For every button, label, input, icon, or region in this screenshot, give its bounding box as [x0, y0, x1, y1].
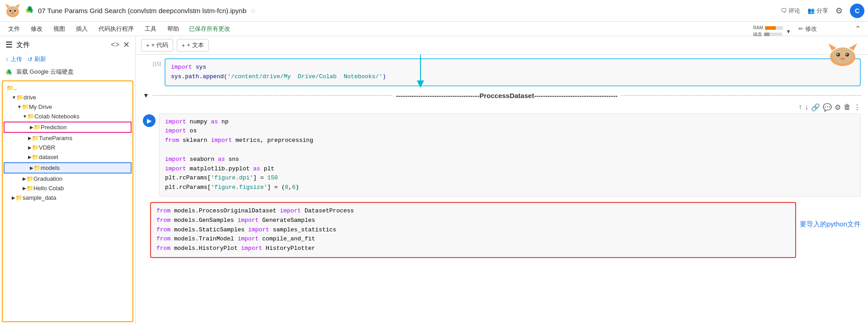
notebook-area: + + 代码 + + 文本 [15] import sys sys.path.a…	[136, 36, 868, 324]
add-code-btn[interactable]: + + 代码	[141, 39, 173, 52]
tree-label-colab: Colab Notebooks	[34, 113, 80, 120]
folder-icon-vdbr: 📁	[32, 144, 39, 151]
cat-logo-left	[4, 2, 22, 20]
drive-mount[interactable]: 装载 Google 云端硬盘	[0, 65, 135, 79]
c3-l5: from models.HistoryPlot import HistoryPl…	[156, 244, 790, 254]
code-line-1: import sys	[171, 63, 854, 72]
c2-l8: plt.rcParams['figure.figsize'] = (8,6)	[165, 183, 855, 193]
ram-dropdown-icon[interactable]: ▼	[786, 28, 791, 35]
notebook-toolbar: + + 代码 + + 文本	[136, 36, 868, 55]
more-btn[interactable]: ⋮	[854, 103, 861, 112]
cell-3-content: from models.ProcessOriginalDataset impor…	[150, 202, 796, 258]
comment-btn[interactable]: 🗨评论	[781, 7, 800, 15]
plus-text-icon: +	[182, 42, 185, 49]
svg-point-4	[9, 10, 11, 12]
svg-point-14	[840, 57, 845, 60]
cell-2-run[interactable]: ▶	[143, 114, 156, 127]
tree-label-mydrive: My Drive	[29, 103, 52, 110]
menu-runtime[interactable]: 代码执行程序	[94, 23, 138, 35]
cell-2-content: import numpy as np import os from sklear…	[159, 113, 861, 197]
chevron-icon-hellocolab: ▶	[23, 186, 26, 191]
svg-point-5	[14, 10, 16, 12]
svg-point-9	[832, 47, 854, 64]
menu-edit[interactable]: 修改	[26, 23, 47, 35]
user-avatar[interactable]: C	[850, 4, 864, 18]
c2-l7: plt.rcParams['figure.dpi'] = 150	[165, 174, 855, 183]
section-header: ▼ -------------------------------------P…	[143, 92, 861, 99]
tree-item-graduation[interactable]: ▶ 📁 Graduation	[3, 174, 132, 183]
svg-point-16	[846, 54, 848, 55]
section-collapse-icon[interactable]: ▼	[143, 92, 149, 99]
tree-item-prediction[interactable]: ▶ 📁 Prediction	[4, 122, 132, 133]
delete-btn[interactable]: 🗑	[844, 103, 851, 111]
edit-btn[interactable]: ✏修改	[798, 25, 817, 33]
file-tree: 📁 .. ▼ 📁 drive ▼ 📁 My Drive ▼ 📁	[2, 80, 133, 322]
folder-icon-tuneparams: 📁	[32, 135, 39, 141]
c3-l1: from models.ProcessOriginalDataset impor…	[156, 207, 790, 216]
cell-1-code[interactable]: import sys sys.path.append('/content/dri…	[165, 58, 861, 86]
chevron-icon-graduation: ▶	[23, 176, 26, 181]
menu-view[interactable]: 视图	[49, 23, 70, 35]
settings-icon[interactable]: ⚙	[835, 6, 843, 16]
tree-item-models[interactable]: ▶ 📁 models	[4, 162, 132, 174]
chevron-down-icon-mydrive: ▼	[17, 104, 22, 109]
sidebar-header: ☰ 文件 <> ✕	[0, 36, 135, 53]
add-text-btn[interactable]: + + 文本	[177, 39, 209, 52]
upload-btn[interactable]: ↑ 上传	[5, 55, 22, 63]
tree-label-hellocolab: Hello Colab	[33, 185, 64, 192]
menu-icon[interactable]: ☰	[5, 40, 13, 50]
folder-icon-dotdot: 📁	[6, 85, 14, 91]
c2-l5: import seaborn as sns	[165, 155, 855, 164]
menu-help[interactable]: 帮助	[163, 23, 184, 35]
folder-icon-drive: 📁	[16, 94, 24, 101]
menu-file[interactable]: 文件	[4, 23, 24, 35]
cell-1: [15] import sys sys.path.append('/conten…	[143, 58, 861, 86]
share-btn[interactable]: 👥分享	[807, 7, 828, 15]
sidebar-title: 文件	[16, 41, 30, 49]
main-layout: ☰ 文件 <> ✕ ↑ 上传 ↺ 刷新	[0, 36, 868, 324]
move-up-btn[interactable]: ↑	[798, 103, 802, 111]
cell-3-row: from models.ProcessOriginalDataset impor…	[143, 202, 861, 263]
c2-l6: import matplotlib.pyplot as plt	[165, 164, 855, 174]
code-icon[interactable]: <>	[111, 41, 119, 49]
menu-insert[interactable]: 插入	[71, 23, 92, 35]
topbar-right: 🗨评论 👥分享 ⚙ C	[781, 4, 864, 18]
c3-l2: from models.GenSamples import GenerateSa…	[156, 216, 790, 225]
tree-item-hellocolab[interactable]: ▶ 📁 Hello Colab	[3, 183, 132, 193]
tree-item-sampledata[interactable]: ▶ 📁 sample_data	[3, 193, 132, 202]
c2-l3: from sklearn import metrics, preprocessi…	[165, 136, 855, 146]
svg-marker-10	[828, 43, 836, 51]
upload-icon: ↑	[5, 56, 9, 63]
tree-item-tuneparams[interactable]: ▶ 📁 TuneParams	[3, 133, 132, 143]
folder-icon-prediction: 📁	[33, 124, 41, 131]
settings-cell-btn[interactable]: ⚙	[835, 103, 841, 112]
star-icon[interactable]: ☆	[250, 7, 256, 15]
tree-label-dotdot: ..	[14, 85, 17, 91]
tree-label-graduation: Graduation	[33, 175, 62, 182]
tree-item-colab[interactable]: ▼ 📁 Colab Notebooks	[3, 112, 132, 121]
tree-item-vdbr[interactable]: ▶ 📁 VDBR	[3, 143, 132, 152]
tree-item-drive[interactable]: ▼ 📁 drive	[3, 93, 132, 102]
chevron-down-icon-drive: ▼	[12, 95, 16, 100]
tree-label-tuneparams: TuneParams	[39, 135, 72, 141]
plus-code-icon: +	[146, 42, 150, 49]
ram-label: RAM	[753, 25, 763, 30]
link-btn[interactable]: 🔗	[811, 103, 820, 112]
cell-3-code[interactable]: from models.ProcessOriginalDataset impor…	[150, 202, 796, 258]
comment-btn[interactable]: 💬	[823, 103, 832, 112]
close-sidebar-icon[interactable]: ✕	[123, 40, 130, 50]
collapse-btn[interactable]: ⌃	[855, 24, 861, 33]
cell-2: ▶ import numpy as np import os from skle…	[143, 113, 861, 197]
tree-label-dataset: dataset	[39, 154, 58, 160]
tree-item-mydrive[interactable]: ▼ 📁 My Drive	[3, 102, 132, 112]
refresh-btn[interactable]: ↺ 刷新	[28, 55, 46, 63]
notebook-content: [15] import sys sys.path.append('/conten…	[136, 55, 868, 324]
svg-point-6	[11, 12, 14, 14]
move-down-btn[interactable]: ↓	[805, 103, 808, 111]
cell-2-code[interactable]: import numpy as np import os from sklear…	[159, 113, 861, 197]
folder-icon-hellocolab: 📁	[26, 185, 33, 192]
menu-tools[interactable]: 工具	[140, 23, 161, 35]
tree-label-drive: drive	[24, 94, 36, 101]
tree-item-dotdot[interactable]: 📁 ..	[3, 83, 132, 93]
tree-item-dataset[interactable]: ▶ 📁 dataset	[3, 152, 132, 162]
